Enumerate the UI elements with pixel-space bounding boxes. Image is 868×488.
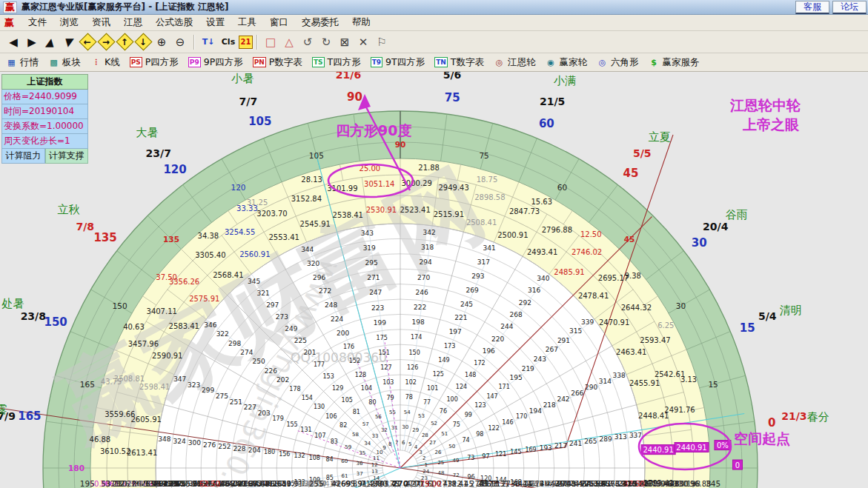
pan-right-icon[interactable]: → [97, 33, 115, 50]
menu-item-7[interactable]: 窗口 [263, 15, 295, 30]
ribbon-item-market-quotes[interactable]: ▦行情 [6, 56, 39, 69]
wheel-label: 74 [462, 437, 469, 444]
menu-item-1[interactable]: 浏览 [53, 15, 85, 30]
wheel-label: 62.50 [199, 480, 220, 488]
gann-wheel-svg[interactable]: 赢家财富网www.yingjia360.comQQ:10080036012345… [0, 72, 868, 488]
t-down-icon[interactable]: T↓ [199, 34, 218, 50]
wheel-label: 348 [158, 435, 170, 443]
wheel-label: 21/6 [336, 72, 361, 80]
rotate-cw-icon[interactable]: ↻ [317, 34, 335, 50]
ribbon-item-t-square[interactable]: TST四方形 [312, 56, 361, 69]
wheel-label: 298 [228, 340, 241, 347]
ribbon-item-winner-service[interactable]: $赢家服务 [648, 56, 699, 69]
zoom-out-icon[interactable]: ⊖ [171, 34, 189, 50]
wheel-label: 266 [571, 390, 583, 397]
wheel-label: 290 [585, 384, 597, 391]
nav-left-icon[interactable]: ◀ [4, 34, 22, 50]
wheel-label: 6.25 [657, 321, 674, 330]
wheel-label: 150 [44, 315, 67, 329]
ribbon-item-p-square[interactable]: PSP四方形 [130, 56, 179, 69]
calc-support-button[interactable]: 计算支撑 [45, 149, 89, 164]
ribbon-item-9t-square[interactable]: T99T四方形 [371, 56, 425, 69]
wheel-label: 15 [740, 321, 755, 335]
wheel-label: 222 [414, 304, 426, 311]
wheel-label: 316 [528, 287, 540, 294]
crosshair-tool-icon[interactable]: ✕ [354, 34, 372, 50]
wheel-label: 3559.66 [105, 410, 135, 418]
menu-item-2[interactable]: 资讯 [85, 15, 117, 30]
ribbon-item-gann-wheel[interactable]: ◎江恩轮 [494, 56, 536, 69]
menu-item-4[interactable]: 公式选股 [149, 15, 199, 30]
t-number-table-icon: TN [434, 57, 448, 67]
wheel-label: 84 [325, 456, 333, 463]
nav-right-icon[interactable]: ▶ [23, 34, 41, 50]
wheel-label: 197 [449, 328, 462, 335]
wheel-label: 121 [495, 451, 506, 458]
flag-tool-icon[interactable]: ⚐ [373, 34, 391, 50]
wheel-label: 5/4 [758, 310, 777, 322]
ribbon-item-winner-wheel[interactable]: ◉赢家轮 [545, 56, 587, 69]
wheel-label: 80 [368, 399, 376, 406]
ribbon-item-hexagon[interactable]: ◎六角形 [597, 56, 639, 69]
zoom-in-icon[interactable]: ⊕ [153, 34, 170, 50]
gann-wheel-chart[interactable]: 赢家财富网www.yingjia360.comQQ:10080036012345… [0, 72, 868, 488]
wheel-label: 122 [488, 425, 499, 432]
wheel-label: 300 [188, 439, 201, 447]
wheel-label: 59 [345, 444, 351, 450]
wheel-label: 3.13 [680, 375, 697, 384]
9t-square-icon: T9 [371, 57, 382, 67]
nav-down-icon[interactable]: ▼ [59, 34, 80, 50]
rect-tool-icon[interactable]: □ [262, 34, 279, 50]
wheel-label: 255 [309, 479, 324, 488]
wheel-label: 321 [257, 290, 270, 297]
pan-left-icon[interactable]: ← [79, 33, 96, 50]
customer-service-button[interactable]: 客服 [795, 1, 829, 14]
menu-item-8[interactable]: 交易委托 [295, 15, 345, 30]
triangle-tool-icon[interactable]: △ [280, 34, 298, 50]
wheel-label: 82 [339, 422, 347, 429]
wheel-label: 2515.91 [434, 210, 464, 218]
ribbon-item-kline[interactable]: ⫶K线 [90, 56, 120, 69]
frame-tool-icon[interactable]: ⊠ [336, 34, 354, 50]
menu-item-0[interactable]: 文件 [21, 15, 53, 30]
wheel-label: 2568.41 [213, 271, 243, 279]
pan-up-icon[interactable]: ↑ [116, 33, 133, 50]
toolbar-separator [193, 35, 195, 50]
wheel-label: 6 [402, 440, 405, 446]
wheel-label: 268 [510, 311, 523, 318]
wheel-label: 135 [163, 235, 179, 244]
menu-item-3[interactable]: 江恩 [117, 15, 149, 30]
wheel-label: 45 [624, 235, 635, 244]
wheel-label: 98 [476, 431, 483, 438]
wheel-label: 2500.91 [497, 231, 528, 239]
wheel-label: 15.63 [531, 198, 552, 206]
wheel-label: 195 [510, 374, 523, 381]
wheel-label: 226 [265, 367, 277, 375]
wheel-label: 4169.89 [331, 480, 362, 488]
menu-item-9[interactable]: 帮助 [345, 15, 377, 30]
forum-button[interactable]: 论坛 [832, 1, 867, 14]
calendar-icon[interactable]: 21 [239, 36, 253, 49]
cls-button[interactable]: Cls [219, 34, 238, 50]
wheel-label: 180 [264, 449, 275, 455]
wheel-label: 31 [391, 425, 398, 431]
wheel-label: 324 [173, 438, 185, 445]
ribbon-item-9p-square[interactable]: P99P四方形 [188, 56, 243, 69]
menu-item-5[interactable]: 设置 [199, 15, 231, 30]
wheel-label: 56.25 [124, 480, 145, 488]
wheel-label: 169 [525, 447, 536, 453]
wheel-label: 198 [412, 318, 425, 326]
ribbon-item-sectors[interactable]: ▩板块 [48, 56, 81, 69]
wheel-label: 224 [331, 315, 343, 323]
wheel-label: 75 [445, 91, 460, 104]
menu-item-6[interactable]: 工具 [231, 15, 263, 30]
rotate-ccw-icon[interactable]: ↺ [299, 34, 317, 50]
wheel-label: 48 [438, 470, 445, 476]
nav-up-icon[interactable]: ▲ [40, 34, 62, 50]
wheel-label: 242 [557, 395, 569, 403]
wheel-label: 24 [423, 469, 429, 475]
pan-down-icon[interactable]: ↓ [134, 33, 152, 50]
ribbon-item-p-number-table[interactable]: PNP数字表 [253, 56, 302, 69]
ribbon-item-t-number-table[interactable]: TNT数字表 [434, 56, 484, 69]
calc-resistance-button[interactable]: 计算阻力 [1, 149, 45, 164]
